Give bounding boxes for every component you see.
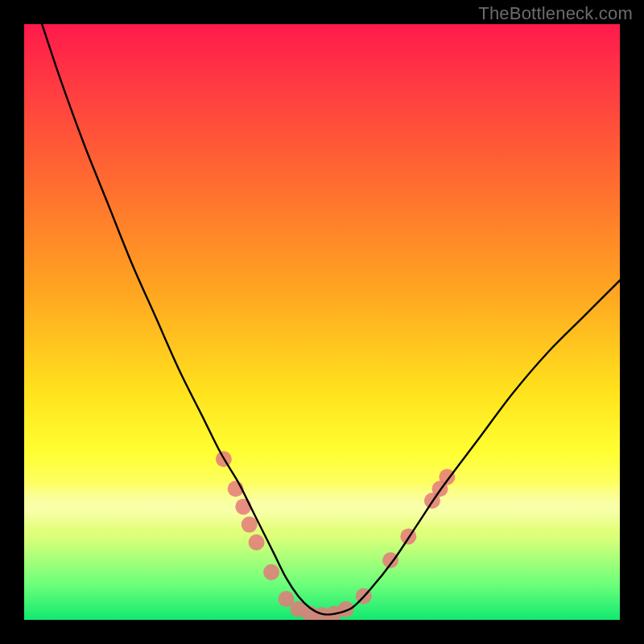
chart-frame: TheBottleneck.com bbox=[0, 0, 644, 644]
watermark-text: TheBottleneck.com bbox=[478, 3, 633, 24]
plot-area bbox=[24, 24, 620, 620]
